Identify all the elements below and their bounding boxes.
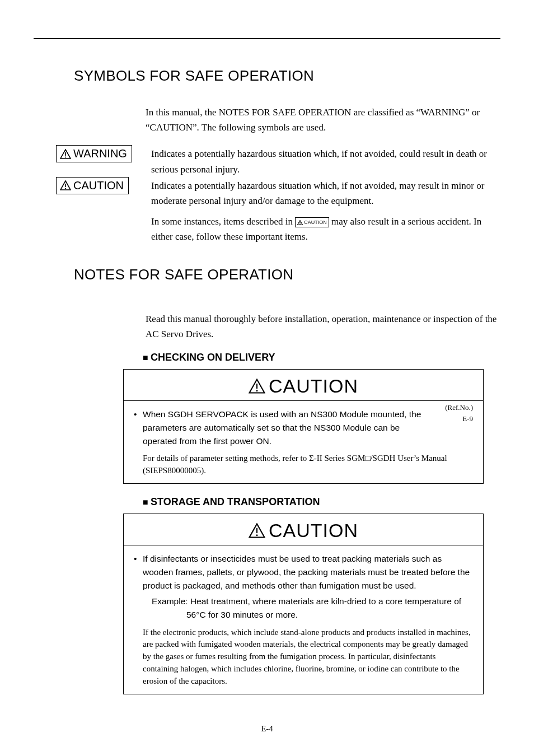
caution-header-text-2: CAUTION xyxy=(269,520,358,541)
caution-triangle-icon xyxy=(60,180,71,190)
svg-point-11 xyxy=(256,390,258,391)
checking-bullet-text: When SGDH SERVOPACK is used with an NS30… xyxy=(143,408,434,448)
bullet-dot: • xyxy=(134,408,143,448)
caution-header-text: CAUTION xyxy=(269,375,358,396)
ref-no-value: E-9 xyxy=(445,413,473,424)
bullet-dot-2: • xyxy=(134,552,143,592)
inline-triangle-icon xyxy=(297,220,303,225)
page-number: E-4 xyxy=(0,724,534,734)
caution-box-checking: CAUTION (Ref.No.) E-9 • When SGDH SERVOP… xyxy=(123,369,484,484)
caution-desc: Indicates a potentially hazardous situat… xyxy=(151,178,489,208)
warning-definition-row: WARNING Indicates a potentially hazardou… xyxy=(56,145,500,176)
notes-intro: Read this manual thoroughly before insta… xyxy=(146,311,500,342)
caution-note-line: In some instances, items described in CA… xyxy=(151,214,489,244)
svg-point-5 xyxy=(65,188,66,189)
svg-point-14 xyxy=(256,535,258,536)
subhead-checking: CHECKING ON DELIVERY xyxy=(143,352,500,363)
warning-label-text: WARNING xyxy=(73,147,127,160)
warning-label-box: WARNING xyxy=(56,145,132,162)
caution-box-header-2: CAUTION xyxy=(124,514,483,545)
note-pre: In some instances, items described in xyxy=(151,216,295,227)
caution-label-text: CAUTION xyxy=(73,179,124,192)
section-title-symbols: SYMBOLS FOR SAFE OPERATION xyxy=(74,67,500,85)
checking-note: For details of parameter setting methods… xyxy=(143,452,473,477)
caution-header-icon-2 xyxy=(249,523,265,538)
inline-caution-badge: CAUTION xyxy=(295,217,329,227)
subhead-storage: STORAGE AND TRANSPORTATION xyxy=(143,496,500,508)
ref-no-label: (Ref.No.) xyxy=(445,402,473,413)
section-title-notes: NOTES FOR SAFE OPERATION xyxy=(74,266,500,283)
svg-point-8 xyxy=(300,223,301,224)
header-rule xyxy=(34,38,500,39)
svg-point-2 xyxy=(65,156,66,157)
warning-triangle-icon xyxy=(60,149,71,159)
caution-box-header: CAUTION xyxy=(124,370,483,401)
inline-caution-text: CAUTION xyxy=(304,218,327,226)
storage-bullet-text: If disinfectants or insecticides must be… xyxy=(143,552,473,592)
warning-desc: Indicates a potentially hazardous situat… xyxy=(151,145,500,176)
storage-example-line1: Example: Heat treatment, where materials… xyxy=(152,595,473,608)
caution-definition-row: CAUTION Indicates a potentially hazardou… xyxy=(56,177,500,245)
storage-note: If the electronic products, which includ… xyxy=(143,627,473,688)
symbols-intro: In this manual, the NOTES FOR SAFE OPERA… xyxy=(146,105,500,135)
caution-box-storage: CAUTION • If disinfectants or insecticid… xyxy=(123,514,484,694)
ref-no-block: (Ref.No.) E-9 xyxy=(445,402,473,424)
caution-label-box: CAUTION xyxy=(56,177,129,194)
caution-header-icon xyxy=(249,379,265,394)
storage-example-line2: 56°C for 30 minutes or more. xyxy=(186,608,473,622)
